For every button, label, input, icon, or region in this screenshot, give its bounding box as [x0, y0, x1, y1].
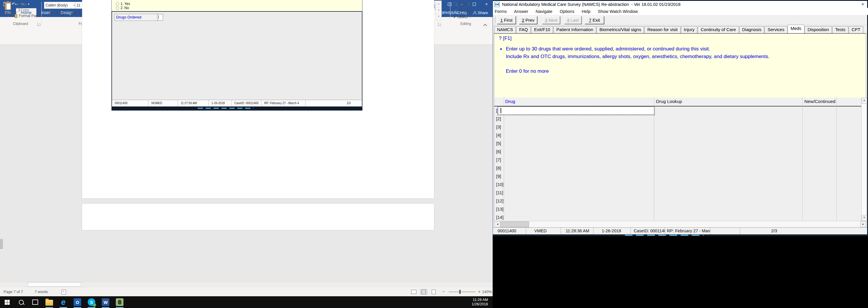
replace-button[interactable]: ab Replace [454, 8, 473, 12]
taskbar-word[interactable]: W [98, 296, 113, 308]
share-button[interactable]: Share [473, 10, 488, 15]
row-label-3[interactable]: [3] [496, 123, 505, 131]
row-label-13[interactable]: [13] [496, 205, 505, 213]
document-page-next[interactable] [82, 204, 434, 230]
grid-horizontal-scrollbar[interactable]: ◄ ► [494, 221, 867, 228]
zoom-level[interactable]: 140% [482, 289, 492, 294]
row-label-6[interactable]: [6] [496, 148, 505, 156]
scroll-up-button[interactable]: ▲ [862, 98, 867, 103]
italic-button[interactable]: I [55, 10, 58, 17]
taskbar-outlook[interactable]: O [70, 296, 85, 308]
collapse-ribbon-button[interactable] [484, 23, 487, 28]
zoom-in-button[interactable]: + [478, 289, 480, 294]
namcs-titlebar: National Ambulatory Medical Care Survey … [493, 1, 867, 8]
menu-answer[interactable]: Answer [514, 9, 532, 14]
close-button[interactable]: × [480, 0, 493, 8]
word-count[interactable]: 7 words [35, 289, 48, 294]
row-label-10[interactable]: [10] [496, 180, 505, 189]
zoom-out-button[interactable]: − [442, 289, 445, 294]
customize-qat-icon[interactable]: ▾ [28, 2, 29, 6]
tab-reason-for-visit[interactable]: Reason for visit [644, 26, 680, 33]
embedded-screenshot-image[interactable]: 1. Yes 2. No Drugs Ordered 00011400 NOME… [112, 52, 363, 111]
menu-options[interactable]: Options [560, 9, 578, 14]
strikethrough-button[interactable]: abc [70, 10, 77, 17]
taskbar-search-button[interactable] [14, 296, 28, 308]
web-layout-button[interactable] [430, 289, 437, 295]
tab-injury[interactable]: Injury [681, 26, 698, 33]
menu-navigate[interactable]: Navigate [535, 9, 556, 14]
row-label-8[interactable]: [8] [496, 164, 505, 172]
word-hscroll-thumb[interactable] [28, 282, 81, 286]
taskbar-green-app[interactable] [113, 296, 127, 308]
column-drug-lookup: Drug Lookup [656, 99, 682, 104]
hscroll-thumb[interactable] [500, 221, 529, 227]
tab-services[interactable]: Services [765, 26, 787, 33]
cut-button[interactable]: ✂ Cut [16, 2, 26, 6]
nav-last-button[interactable]: 4Last [564, 16, 582, 24]
document-canvas[interactable]: 1. Yes 2. No Drugs Ordered 00011400 NOME… [0, 52, 493, 282]
tab-faq[interactable]: FAQ [516, 26, 531, 33]
proofing-status-icon[interactable] [62, 289, 66, 295]
tab-cpt[interactable]: CPT [849, 26, 863, 33]
row-label-9[interactable]: [9] [496, 172, 505, 180]
scroll-right-button[interactable]: ► [860, 221, 866, 227]
paste-button[interactable]: Paste ▾ [2, 1, 13, 21]
drug-entry-input[interactable] [498, 106, 654, 115]
help-hint[interactable]: ? [F1] [499, 35, 512, 41]
row-label-12[interactable]: [12] [496, 197, 505, 205]
zoom-slider-thumb[interactable] [459, 290, 461, 294]
namcs-close-button[interactable]: × [858, 2, 867, 7]
clipboard-dialog-launcher[interactable]: ↘ [37, 23, 41, 26]
tab-meds[interactable]: Meds [788, 25, 804, 33]
menu-forms[interactable]: Forms [495, 9, 510, 14]
nav-prev-button[interactable]: 2Prev [519, 16, 537, 24]
taskbar-clock[interactable]: 11:28 AM 1/26/2018 [471, 298, 493, 307]
format-painter-button[interactable]: Format Painter [15, 14, 43, 18]
row-label-7[interactable]: [7] [496, 156, 505, 164]
copy-button[interactable]: Copy [16, 8, 29, 12]
scroll-down-button[interactable]: ▼ [862, 215, 867, 221]
tab-disposition[interactable]: Disposition [805, 26, 832, 33]
start-button[interactable] [0, 296, 14, 308]
nav-next-button[interactable]: 3Next [542, 16, 560, 24]
taskbar-internet-explorer[interactable]: e [56, 296, 70, 308]
grid-vertical-scrollbar[interactable]: ▲ ▼ [861, 98, 867, 221]
select-button[interactable]: Select ▾ [454, 15, 471, 19]
print-layout-icon [422, 289, 426, 294]
row-label-2[interactable]: [2] [496, 115, 505, 123]
page-indicator[interactable]: Page 7 of 7 [3, 289, 23, 294]
taskbar-skype[interactable]: S [85, 296, 98, 308]
tab-tests[interactable]: Tests [832, 26, 848, 33]
tab-patient-information[interactable]: Patient Information [553, 26, 596, 33]
styles-scroll-up-button[interactable]: ▴ [436, 1, 441, 7]
print-layout-button[interactable] [420, 289, 428, 295]
task-view-button[interactable] [28, 296, 42, 308]
scroll-left-button[interactable]: ◄ [494, 221, 501, 227]
tab-diagnosis[interactable]: Diagnosis [739, 26, 765, 33]
menu-help[interactable]: Help [582, 9, 594, 14]
font-name-combo[interactable]: Calibri (Body)▾ [44, 2, 76, 9]
styles-scroll-down-button[interactable]: ▾ [436, 7, 441, 14]
word-horizontal-scrollbar[interactable] [0, 282, 493, 287]
taskbar-file-explorer[interactable] [42, 296, 56, 308]
bold-button[interactable]: B [49, 10, 53, 17]
tab-continuity-of-care[interactable]: Continuity of Care [698, 26, 739, 33]
find-button[interactable]: Find ▾ [454, 2, 469, 6]
tab-biometrics-vital-signs[interactable]: Biometrics/Vital signs [596, 26, 644, 33]
styles-more-button[interactable]: ▾ [436, 14, 441, 20]
row-label-14[interactable]: [14] [496, 213, 505, 221]
read-mode-button[interactable] [410, 289, 417, 295]
zoom-slider-track[interactable] [449, 291, 476, 292]
document-page[interactable]: 1. Yes 2. No Drugs Ordered 00011400 NOME… [82, 52, 434, 198]
underline-button[interactable]: U▾ [60, 10, 67, 17]
styles-dialog-launcher[interactable]: ↘ [438, 23, 441, 26]
row-label-4[interactable]: [4] [496, 131, 505, 139]
restore-button[interactable] [468, 0, 480, 8]
tab-namcs[interactable]: NAMCS [494, 26, 516, 33]
nav-first-button[interactable]: 1First [497, 16, 516, 24]
menu-show-watch-window[interactable]: Show Watch Window [598, 9, 641, 14]
row-label-5[interactable]: [5] [496, 139, 505, 148]
tab-exit-f10[interactable]: Exit/F10 [531, 26, 553, 33]
row-label-11[interactable]: [11] [496, 189, 505, 197]
nav-exit-button[interactable]: 7Exit [585, 16, 604, 24]
